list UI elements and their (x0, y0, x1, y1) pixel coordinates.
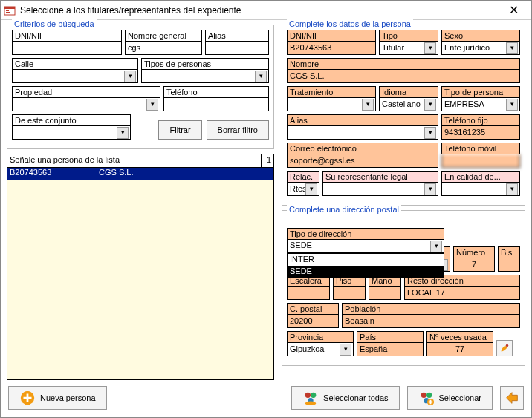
a-cp-input[interactable]: 20200 (287, 315, 339, 328)
p-trat-label: Tratamiento (287, 86, 376, 98)
addr-legend: Complete una dirección postal (287, 205, 401, 214)
select-icon (418, 390, 435, 406)
tipo-dir-value[interactable]: SEDE (287, 240, 444, 253)
a-numero-label: Número (453, 246, 495, 258)
svg-point-6 (305, 393, 311, 398)
nombre-label: Nombre general (125, 30, 202, 42)
conjunto-label: De este conjunto (12, 114, 131, 126)
p-idioma-select[interactable]: Castellano (379, 98, 438, 111)
p-repr-select[interactable] (322, 183, 438, 196)
nueva-persona-button[interactable]: Nueva persona (8, 386, 107, 410)
a-pais-label: País (357, 331, 424, 343)
svg-point-7 (311, 393, 316, 398)
sel-todas-label: Seleccionar todas (323, 393, 388, 402)
calle-select[interactable] (12, 70, 138, 83)
app-icon (4, 4, 16, 16)
a-usada-label: Nº veces usada (426, 331, 493, 343)
p-relac-select[interactable]: Rtes. (287, 183, 319, 196)
p-movil-input[interactable] (441, 154, 520, 168)
p-sexo-label: Sexo (441, 30, 520, 42)
tel-input[interactable] (163, 98, 269, 111)
tipo-direccion-dropdown[interactable]: Tipo de dirección SEDE INTER SEDE (287, 228, 444, 278)
p-movil-label: Teléfono móvil (441, 143, 520, 154)
a-resto-input[interactable]: LOCAL 17 (404, 287, 520, 300)
tipo-dir-opt-sede[interactable]: SEDE (288, 266, 444, 278)
search-legend: Criterios de búsqueda (12, 19, 97, 28)
p-tpersona-select[interactable]: EMPRESA (441, 98, 520, 111)
svg-rect-1 (4, 7, 15, 9)
a-pais-input[interactable]: España (357, 343, 424, 356)
p-alias-label: Alias (287, 114, 438, 126)
svg-point-9 (305, 402, 317, 406)
window-title: Seleccione a los titulares/representante… (20, 5, 499, 16)
p-email-input[interactable]: soporte@cgssl.es (287, 154, 438, 168)
dni-input[interactable] (12, 42, 122, 55)
p-calidad-label: En calidad de... (441, 171, 520, 183)
list-header-label: Señale una persona de la lista (7, 154, 262, 167)
prop-label: Propiedad (12, 86, 160, 98)
a-numero-input[interactable]: 7 (453, 258, 495, 272)
svg-point-10 (421, 393, 426, 398)
conjunto-select[interactable] (12, 126, 131, 140)
svg-rect-2 (6, 10, 9, 11)
p-calidad-select[interactable] (441, 183, 520, 196)
svg-rect-3 (6, 12, 10, 13)
a-cp-label: C. postal (287, 303, 339, 315)
alias-label: Alias (205, 30, 269, 42)
p-email-label: Correo electrónico (287, 143, 438, 154)
search-criteria-group: Criterios de búsqueda DNI/NIF Nombre gen… (7, 25, 274, 149)
person-legend: Complete los datos de la persona (287, 19, 413, 28)
list-row-nombre: CGS S.L. (97, 168, 273, 180)
list-row-dni: B20743563 (7, 168, 97, 180)
p-alias-select[interactable] (287, 126, 438, 140)
close-icon[interactable]: ✕ (499, 3, 528, 17)
alias-input[interactable] (205, 42, 269, 55)
a-esc-input[interactable] (287, 287, 330, 300)
p-tipo-select[interactable]: Titular (379, 42, 438, 55)
nombre-input[interactable]: cgs (125, 42, 202, 55)
p-idioma-label: Idioma (379, 86, 438, 98)
address-group: Complete una dirección postal Tipo de di… (282, 210, 525, 366)
svg-point-4 (506, 344, 509, 347)
tipo-dir-label: Tipo de dirección (287, 228, 444, 240)
a-bis-input[interactable] (498, 258, 520, 272)
p-nombre-input[interactable]: CGS S.L. (287, 70, 520, 83)
a-pob-input[interactable]: Beasain (342, 315, 520, 328)
p-dni-label: DNI/NIF (287, 30, 376, 42)
person-group: Complete los datos de la persona DNI/NIF… (282, 25, 525, 206)
p-repr-label: Su representante legal (322, 171, 438, 183)
tipos-label: Tipos de personas (141, 58, 269, 70)
seleccionar-button[interactable]: Seleccionar (407, 386, 493, 410)
p-dni-input[interactable]: B20743563 (287, 42, 376, 55)
paint-icon-button[interactable] (496, 340, 513, 356)
p-telf-input[interactable]: 943161235 (441, 126, 520, 140)
a-piso-input[interactable] (333, 287, 366, 300)
p-sexo-select[interactable]: Ente jurídico (441, 42, 520, 55)
a-prov-select[interactable]: Gipuzkoa (287, 343, 354, 356)
seleccionar-label: Seleccionar (439, 393, 481, 402)
persona-list[interactable]: Señale una persona de la lista 1 B207435… (7, 154, 274, 380)
a-mano-input[interactable] (369, 287, 401, 300)
p-trat-select[interactable] (287, 98, 376, 111)
p-telf-label: Teléfono fijo (441, 114, 520, 126)
prop-select[interactable] (12, 98, 160, 111)
svg-point-11 (426, 393, 432, 398)
filtrar-button[interactable]: Filtrar (158, 120, 201, 140)
a-pob-label: Población (342, 303, 520, 315)
list-count: 1 (262, 154, 273, 167)
list-row[interactable]: B20743563 CGS S.L. (7, 168, 273, 180)
p-nombre-label: Nombre (287, 58, 520, 70)
select-all-icon (302, 390, 319, 406)
seleccionar-todas-button[interactable]: Seleccionar todas (291, 386, 399, 410)
calle-label: Calle (12, 58, 138, 70)
p-tipo-label: Tipo (379, 30, 438, 42)
tipo-dir-opt-inter[interactable]: INTER (288, 254, 444, 266)
p-relac-label: Relac. (287, 171, 319, 183)
a-usada-value: 77 (426, 343, 493, 356)
borrar-filtro-button[interactable]: Borrar filtro (207, 120, 269, 140)
tipos-select[interactable] (141, 70, 269, 83)
dni-label: DNI/NIF (12, 30, 122, 42)
a-prov-label: Provincia (287, 331, 354, 343)
exit-icon-button[interactable] (500, 386, 524, 410)
p-tpersona-label: Tipo de persona (441, 86, 520, 98)
